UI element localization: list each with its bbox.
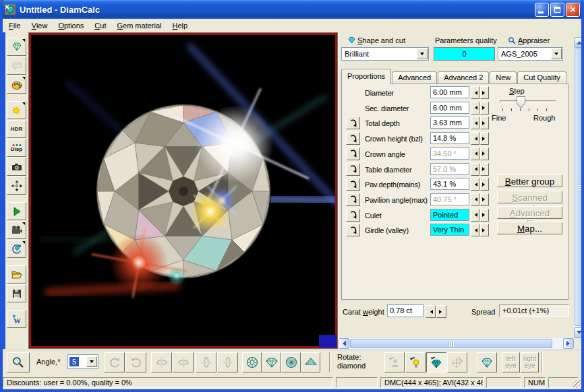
horizontal-scroll-thumb[interactable] (350, 339, 552, 348)
spin-decrease-button[interactable] (471, 148, 479, 160)
menu-cut[interactable]: Cut (89, 20, 111, 32)
link-button[interactable] (346, 132, 360, 145)
spin-increase-button[interactable] (480, 102, 489, 115)
spin-decrease-button[interactable] (471, 193, 479, 206)
spin-decrease-button[interactable] (471, 86, 479, 99)
better-group-button[interactable]: Better group (497, 174, 562, 187)
maximize-button[interactable] (550, 3, 564, 17)
parameter-field[interactable]: Very Thin (430, 224, 469, 236)
parameter-field[interactable]: 6.00 mm (430, 102, 469, 114)
spin-increase-button[interactable] (480, 132, 489, 145)
spin-increase-button[interactable] (480, 86, 489, 99)
tab-advanced[interactable]: Advanced (392, 71, 437, 84)
menu-file[interactable]: File (3, 20, 26, 32)
parameter-field[interactable]: Pointed (430, 209, 469, 221)
spin-increase-button[interactable] (480, 193, 489, 206)
menu-options[interactable]: Options (53, 20, 89, 32)
vertical-scrollbar[interactable] (574, 37, 584, 338)
lighting-button[interactable] (7, 101, 26, 119)
menu-view[interactable]: View (26, 20, 53, 32)
tab-proportions[interactable]: Proportions (341, 69, 391, 84)
dropdown-button[interactable] (86, 356, 97, 367)
carat-spin-up[interactable] (436, 305, 446, 318)
spin-decrease-button[interactable] (471, 163, 479, 176)
menu-help[interactable]: Help (167, 20, 194, 32)
spin-decrease-button[interactable] (471, 224, 479, 236)
view-table-button[interactable] (242, 352, 262, 372)
link-button[interactable] (346, 117, 360, 129)
step-slider-thumb[interactable] (517, 96, 525, 108)
spin-decrease-button[interactable] (471, 132, 479, 145)
save-button[interactable] (7, 284, 26, 302)
vertical-scroll-thumb[interactable] (575, 48, 584, 326)
open-button[interactable] (7, 265, 26, 284)
link-button[interactable] (346, 193, 360, 206)
spin-increase-button[interactable] (480, 209, 489, 222)
rotate-light-button[interactable] (405, 352, 426, 372)
link-button[interactable] (346, 209, 360, 222)
spin-increase-button[interactable] (480, 117, 489, 129)
rotate-diamond-icon (11, 243, 23, 255)
spin-increase-button[interactable] (480, 224, 489, 236)
zoom-button[interactable] (7, 352, 30, 372)
scroll-left-button[interactable] (339, 338, 349, 349)
link-button[interactable] (346, 178, 360, 191)
spin-increase-button[interactable] (480, 178, 489, 191)
shape-cut-button[interactable] (7, 38, 26, 56)
parameter-field[interactable]: 14.8 % (430, 132, 469, 144)
spin-increase-button[interactable] (480, 148, 489, 160)
spin-decrease-button[interactable] (471, 209, 479, 222)
rotate-gem-button[interactable] (7, 240, 26, 258)
display-button[interactable]: Disp (7, 139, 26, 157)
move-button[interactable] (7, 176, 26, 195)
angle-select[interactable]: 5 (67, 354, 98, 369)
export-report-button[interactable]: W (7, 310, 26, 328)
map-button[interactable]: Map... (497, 222, 562, 234)
rotate-observer-button (384, 352, 405, 372)
diamond-viewport[interactable] (29, 33, 337, 348)
tab-new[interactable]: New (490, 71, 517, 84)
parameter-field[interactable]: 3.63 mm (430, 117, 469, 129)
rotate-target: diamond (337, 362, 366, 370)
step-slider-track[interactable] (500, 100, 556, 103)
rotate-diamond-button[interactable] (426, 352, 446, 372)
link-button[interactable] (346, 148, 360, 160)
scroll-down-button[interactable] (574, 327, 584, 338)
link-button[interactable] (346, 224, 360, 236)
tab-advanced-2[interactable]: Advanced 2 (438, 71, 489, 84)
view-profile-button[interactable] (301, 352, 320, 372)
movie-button[interactable] (7, 221, 26, 239)
parameter-field[interactable]: 6.00 mm (430, 86, 469, 98)
link-button[interactable] (346, 163, 360, 176)
minimize-button[interactable] (535, 3, 549, 17)
hdr-button[interactable]: HDR (7, 120, 26, 138)
carat-weight-field[interactable]: 0.78 ct (387, 304, 424, 317)
appraiser-select[interactable]: AGS_2005 (498, 47, 563, 61)
carat-spin-down[interactable] (426, 305, 436, 318)
horizontal-scrollbar[interactable] (339, 338, 574, 349)
scroll-up-button[interactable] (574, 37, 584, 48)
photo-button[interactable] (7, 158, 26, 176)
tab-cut-quality[interactable]: Cut Quality (517, 71, 566, 84)
resize-grip[interactable] (573, 380, 581, 388)
play-button[interactable] (7, 202, 26, 220)
scroll-right-button[interactable] (563, 338, 574, 349)
dropdown-button[interactable] (417, 48, 428, 59)
parameter-field[interactable]: 43.1 % (430, 178, 469, 190)
spin-decrease-button[interactable] (471, 117, 479, 129)
dropdown-arrow-icon (22, 39, 25, 42)
dropdown-button[interactable] (551, 48, 562, 59)
shape-cut-select[interactable]: Brilliant (341, 47, 429, 61)
close-button[interactable]: × (566, 3, 580, 17)
spin-decrease-button[interactable] (471, 178, 479, 191)
diamond-render[interactable] (31, 35, 335, 346)
shape-cut-label: Shape and cut (357, 36, 405, 44)
view-pavilion-button[interactable] (281, 352, 301, 372)
view-crown-button[interactable] (262, 352, 281, 372)
menu-gem-material[interactable]: Gem material (111, 20, 167, 32)
appearance-button[interactable] (7, 75, 26, 94)
spin-increase-button[interactable] (480, 163, 489, 176)
diamond-presets-button[interactable] (477, 352, 497, 372)
chevron-down-icon (90, 360, 94, 365)
spin-decrease-button[interactable] (471, 102, 479, 115)
